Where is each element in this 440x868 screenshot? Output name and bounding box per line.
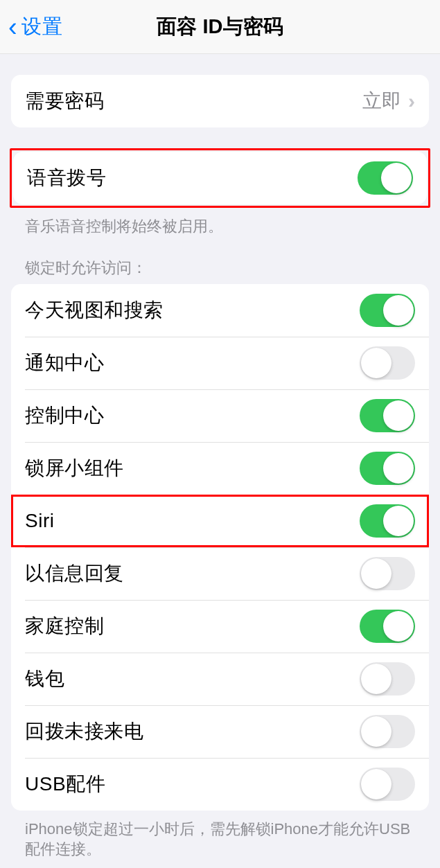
control-center-label: 控制中心 bbox=[25, 402, 104, 429]
toggle-knob bbox=[383, 295, 414, 326]
navigation-bar: ‹ 设置 面容 ID与密码 bbox=[0, 0, 440, 54]
voice-dial-highlight: 语音拨号 bbox=[10, 148, 430, 208]
home-control-toggle[interactable] bbox=[360, 610, 415, 643]
notification-center-toggle[interactable] bbox=[360, 346, 415, 380]
control-center-toggle[interactable] bbox=[360, 399, 415, 432]
home-control-row: 家庭控制 bbox=[11, 600, 429, 653]
require-passcode-value: 立即 bbox=[362, 88, 401, 114]
usb-accessories-toggle[interactable] bbox=[360, 768, 415, 801]
lock-screen-widgets-toggle[interactable] bbox=[360, 452, 415, 485]
lock-screen-widgets-label: 锁屏小组件 bbox=[25, 455, 124, 481]
siri-row: Siri bbox=[11, 495, 429, 547]
lock-screen-widgets-row: 锁屏小组件 bbox=[11, 442, 429, 495]
lock-access-group: 今天视图和搜索 通知中心 控制中心 锁屏小组件 Siri bbox=[11, 284, 429, 811]
wallet-toggle[interactable] bbox=[360, 662, 415, 696]
toggle-knob bbox=[361, 558, 391, 589]
today-view-label: 今天视图和搜索 bbox=[25, 297, 164, 324]
usb-accessories-label: USB配件 bbox=[25, 771, 105, 797]
toggle-knob bbox=[383, 400, 414, 431]
wallet-label: 钱包 bbox=[25, 666, 64, 692]
require-passcode-value-container: 立即 › bbox=[362, 88, 415, 114]
wallet-row: 钱包 bbox=[11, 653, 429, 705]
reply-with-message-label: 以信息回复 bbox=[25, 560, 124, 587]
require-passcode-row[interactable]: 需要密码 立即 › bbox=[11, 75, 429, 127]
toggle-knob bbox=[361, 348, 391, 378]
today-view-toggle[interactable] bbox=[360, 294, 415, 327]
notification-center-label: 通知中心 bbox=[25, 350, 104, 376]
back-label: 设置 bbox=[21, 13, 63, 41]
siri-label: Siri bbox=[25, 510, 54, 532]
toggle-knob bbox=[383, 453, 414, 484]
home-control-label: 家庭控制 bbox=[25, 613, 104, 639]
toggle-knob bbox=[361, 664, 391, 694]
voice-dial-group: 语音拨号 bbox=[13, 152, 427, 204]
control-center-row: 控制中心 bbox=[11, 389, 429, 442]
toggle-knob bbox=[383, 506, 414, 536]
voice-dial-footer: 音乐语音控制将始终被启用。 bbox=[25, 216, 415, 237]
require-passcode-group: 需要密码 立即 › bbox=[11, 75, 429, 127]
siri-toggle[interactable] bbox=[360, 504, 415, 538]
reply-with-message-toggle[interactable] bbox=[360, 557, 415, 590]
return-missed-calls-toggle[interactable] bbox=[360, 715, 415, 748]
voice-dial-row: 语音拨号 bbox=[13, 152, 427, 204]
return-missed-calls-row: 回拨未接来电 bbox=[11, 705, 429, 758]
require-passcode-label: 需要密码 bbox=[25, 88, 104, 114]
return-missed-calls-label: 回拨未接来电 bbox=[25, 718, 143, 745]
reply-with-message-row: 以信息回复 bbox=[11, 547, 429, 600]
usb-accessories-row: USB配件 bbox=[11, 758, 429, 811]
lock-access-header: 锁定时允许访问： bbox=[25, 258, 415, 278]
toggle-knob bbox=[383, 611, 414, 641]
chevron-right-icon: › bbox=[408, 91, 415, 112]
voice-dial-label: 语音拨号 bbox=[27, 165, 106, 191]
toggle-knob bbox=[361, 769, 391, 799]
toggle-knob bbox=[361, 716, 391, 747]
voice-dial-toggle[interactable] bbox=[358, 161, 413, 195]
toggle-knob bbox=[381, 163, 412, 193]
today-view-row: 今天视图和搜索 bbox=[11, 284, 429, 337]
lock-access-footer: iPhone锁定超过一小时后，需先解锁iPhone才能允许USB 配件连接。 bbox=[25, 819, 415, 860]
notification-center-row: 通知中心 bbox=[11, 337, 429, 389]
chevron-left-icon: ‹ bbox=[8, 14, 17, 40]
back-button[interactable]: ‹ 设置 bbox=[0, 13, 63, 41]
page-title: 面容 ID与密码 bbox=[157, 13, 283, 41]
